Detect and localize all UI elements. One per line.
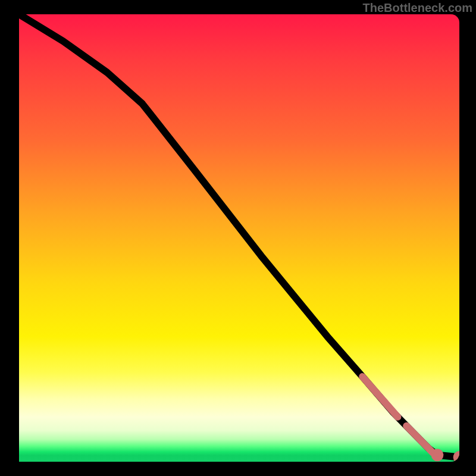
curve-line [19, 14, 459, 457]
chart-svg [19, 14, 459, 462]
marker-run-lower [406, 426, 433, 453]
end-marker-2 [455, 453, 459, 462]
watermark-text: TheBottleneck.com [363, 1, 472, 15]
marker-run-upper [362, 377, 397, 417]
plot-area [19, 14, 459, 462]
chart-frame: TheBottleneck.com [0, 0, 476, 476]
end-marker-1 [433, 451, 441, 459]
